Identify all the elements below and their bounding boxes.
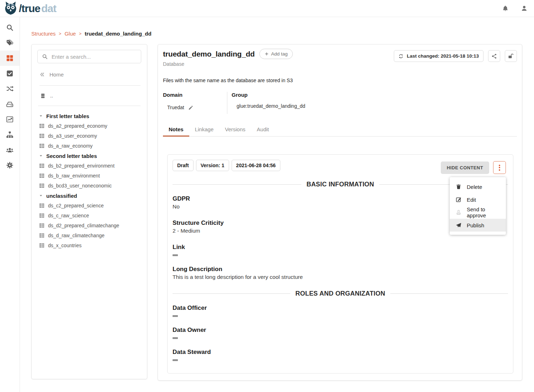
home-label: Home — [49, 71, 64, 78]
rail-item-dashboards[interactable] — [0, 112, 20, 127]
breadcrumb-link[interactable]: Structures — [31, 31, 55, 37]
menu-item-publish[interactable]: Publish — [450, 219, 506, 232]
menu-item-label: Edit — [467, 197, 476, 203]
caret-down-icon — [39, 154, 43, 158]
tree-search-input[interactable] — [52, 54, 137, 60]
tree-item[interactable]: ds_d2_prepared_climatechange — [37, 221, 141, 231]
tree-item-label: ds_b2_prepared_environment — [48, 163, 115, 169]
structure-tree: First letter tablesds_a2_prepared_econom… — [37, 111, 141, 250]
tree-item[interactable]: ds_d_raw_climatechange — [37, 231, 141, 240]
rail-item-search[interactable] — [0, 20, 20, 35]
tree-group-header[interactable]: unclassified — [37, 191, 141, 201]
rail-item-lineage[interactable] — [0, 81, 20, 96]
pencil-edit-icon[interactable] — [188, 105, 194, 110]
rail-item-tags[interactable] — [0, 35, 20, 51]
tree-item[interactable]: ds_a3_user_economy — [37, 131, 141, 141]
structure-type-label: Database — [163, 61, 293, 67]
note-field: Data Owner — [173, 327, 508, 339]
topbar: /truedat — [0, 0, 534, 17]
tree-item-label: ds_a3_user_economy — [48, 133, 97, 139]
tab-versions[interactable]: Versions — [219, 123, 251, 136]
kebab-dot — [499, 167, 500, 168]
field-label: Data Owner — [173, 327, 508, 334]
rail-item-settings[interactable] — [0, 158, 20, 173]
structure-description: Files with the same name as the database… — [163, 78, 517, 83]
field-label: Data Steward — [173, 349, 508, 356]
sitemap-icon — [6, 131, 14, 138]
hide-content-button[interactable]: HIDE CONTENT — [441, 161, 489, 174]
table-icon — [39, 133, 44, 138]
tree-parent-link[interactable]: .. — [38, 86, 141, 106]
add-tag-label: Add tag — [271, 51, 288, 57]
share-button[interactable] — [488, 50, 500, 62]
menu-item-label: Publish — [467, 222, 484, 228]
tree-item[interactable]: ds_b_raw_environment — [37, 171, 141, 181]
tree-item-label: ds_a_raw_economy — [48, 143, 92, 149]
tree-item[interactable]: ds_c2_prepared_science — [37, 201, 141, 211]
tree-item[interactable]: ds_c_raw_science — [37, 211, 141, 221]
empty-value-dash — [173, 254, 178, 256]
section-title: BASIC INFORMATION — [306, 181, 374, 188]
add-tag-button[interactable]: Add tag — [259, 49, 293, 59]
tree-item-label: ds_a2_prepared_economy — [48, 123, 107, 129]
table-icon — [39, 223, 44, 228]
menu-item-send-to-approve[interactable]: Send to approve — [450, 206, 506, 219]
table-icon — [39, 163, 44, 168]
domain-label: Domain — [163, 92, 227, 98]
search-icon — [42, 54, 48, 59]
last-changed-button[interactable]: Last changed: 2021-05-18 10:13 — [394, 50, 483, 62]
tree-item-label: ds_d2_prepared_climatechange — [48, 223, 119, 228]
note-badge: Version: 1 — [196, 160, 229, 171]
menu-item-edit[interactable]: Edit — [450, 193, 506, 206]
tree-item-label: ds_bcd3_user_noneconomic — [48, 183, 112, 189]
tree-item[interactable]: ds_b2_prepared_environment — [37, 161, 141, 171]
tab-audit[interactable]: Audit — [251, 123, 275, 136]
tags-icon — [6, 39, 14, 47]
caret-down-icon — [39, 114, 43, 118]
tree-item-label: ds_d_raw_climatechange — [48, 233, 105, 238]
table-icon — [39, 243, 44, 248]
icon-rail — [0, 17, 20, 392]
tree-search-box — [37, 50, 141, 63]
tree-item[interactable]: ds_bcd3_user_noneconomic — [37, 181, 141, 191]
breadcrumb: Structures>Glue>truedat_demo_landing_dd — [31, 31, 534, 37]
breadcrumb-link[interactable]: Glue — [64, 31, 76, 37]
pen-square-icon — [456, 197, 461, 202]
rail-item-structures[interactable] — [0, 51, 20, 66]
share-icon — [491, 53, 497, 59]
gear-icon — [6, 161, 14, 169]
section-heading: ROLES AND ORGANIZATION — [173, 290, 508, 297]
tree-item[interactable]: ds_a2_prepared_economy — [37, 121, 141, 131]
tree-group-label: Second letter tables — [46, 153, 97, 159]
bell-icon[interactable] — [502, 5, 509, 12]
rail-item-users[interactable] — [0, 142, 20, 158]
tab-linkage[interactable]: Linkage — [189, 123, 220, 136]
structure-tree-panel: Home .. First letter tablesds_a2_prepare… — [31, 44, 147, 379]
rail-item-quality[interactable] — [0, 66, 20, 81]
refresh-icon — [398, 54, 403, 59]
table-icon — [39, 143, 44, 148]
tab-notes[interactable]: Notes — [163, 123, 189, 136]
note-field: Long DescriptionThis is a test long desc… — [173, 266, 508, 280]
kebab-menu-button[interactable] — [493, 161, 506, 174]
rail-item-systems[interactable] — [0, 96, 20, 112]
app-logo[interactable]: /truedat — [4, 1, 56, 16]
kebab-dot — [499, 169, 500, 171]
tree-item[interactable]: ds_a_raw_economy — [37, 141, 141, 151]
tree-group-header[interactable]: First letter tables — [37, 111, 141, 121]
section-title: ROLES AND ORGANIZATION — [295, 290, 385, 297]
last-changed-label: Last changed: 2021-05-18 10:13 — [407, 53, 479, 59]
tree-item-label: ds_c2_prepared_science — [48, 203, 104, 208]
field-label: Long Description — [173, 266, 508, 273]
owl-logo-icon — [4, 1, 18, 16]
tree-item[interactable]: ds_x_countries — [37, 240, 141, 250]
tree-group-label: First letter tables — [46, 113, 89, 119]
unlock-button[interactable] — [505, 50, 517, 62]
tree-home-link[interactable]: Home — [39, 71, 141, 86]
menu-item-delete[interactable]: Delete — [450, 180, 506, 193]
empty-value-dash — [173, 359, 178, 361]
user-icon[interactable] — [521, 5, 528, 12]
rail-item-taxonomy[interactable] — [0, 127, 20, 142]
note-badge: Draft — [173, 160, 194, 171]
tree-group-header[interactable]: Second letter tables — [37, 151, 141, 161]
